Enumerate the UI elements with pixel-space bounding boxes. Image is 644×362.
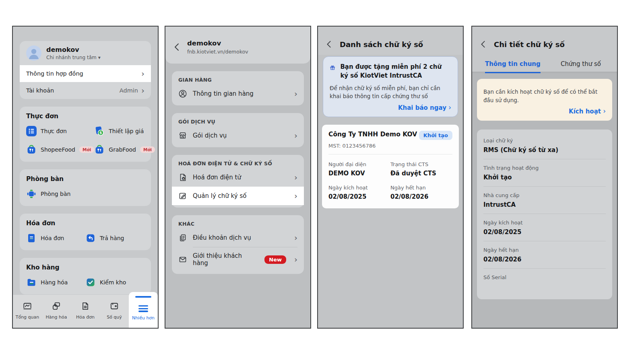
new-badge: Mới [79, 146, 94, 153]
tab-thong-tin-chung[interactable]: Thông tin chung [485, 57, 541, 73]
nav-hang-hoa[interactable]: Hàng hóa [42, 295, 71, 328]
row-gioi-thieu-khach-hang[interactable]: Giới thiệu khách hàng New › [178, 247, 297, 272]
tab-bar: Thông tin chung Chứng thư số [472, 55, 617, 73]
menu-item-tra-hang[interactable]: Trả hàng [85, 233, 144, 243]
storefront-icon [178, 131, 187, 140]
detail-label: Loại chữ ký [483, 138, 606, 144]
row-thong-tin-gian-hang[interactable]: Thông tin gian hàng › [178, 84, 297, 103]
menu-item-kiem-kho[interactable]: Kiểm kho [85, 277, 144, 288]
section-title: Thực đơn [26, 113, 144, 120]
section-tables: Phòng bàn Phòng bàn [20, 169, 151, 206]
chevron-right-icon: › [141, 86, 144, 95]
detail-label: Ngày hết hạn [483, 247, 606, 253]
divider [328, 154, 452, 154]
page-title: Danh sách chữ ký số [340, 40, 423, 49]
table-icon [26, 189, 37, 199]
contract-info-row[interactable]: Thông tin hợp đồng › [20, 65, 151, 82]
chevron-right-icon: › [294, 234, 297, 242]
signature-card[interactable]: Công Ty TNHH Demo KOV Khởi tạo MST: 0123… [322, 125, 459, 208]
declare-now-link[interactable]: Khai báo ngay › [330, 104, 451, 111]
detail-label: Số Serial [483, 274, 606, 280]
chevron-right-icon: › [294, 173, 297, 181]
menu-list-icon [26, 126, 37, 136]
detail-label: Nhà cung cấp [483, 192, 606, 198]
field-label: Ngày kích hoạt [328, 185, 390, 191]
field-value: DEMO KOV [328, 170, 390, 177]
back-icon[interactable] [173, 42, 182, 52]
branch-label: Chi nhánh trung tâm [46, 55, 97, 60]
menu-item-label: Hóa đơn [41, 235, 64, 241]
menu-item-hoa-don[interactable]: Hóa đơn [26, 233, 85, 243]
menu-item-label: Phòng bàn [41, 191, 70, 197]
header: Danh sách chữ ký số [318, 27, 463, 55]
grabfood-icon [94, 144, 105, 155]
referral-icon [178, 255, 187, 264]
gift-icon [330, 63, 335, 72]
account-row[interactable]: Tài khoản Admin › [20, 82, 151, 99]
nav-label: Hóa đơn [76, 315, 95, 320]
menu-item-thiet-lap-gia[interactable]: $ Thiết lập giá [94, 126, 155, 136]
row-hoa-don-dien-tu[interactable]: e Hoá đơn điện tử › [178, 168, 297, 187]
detail-nha-cung-cap: Nhà cung cấp IntrustCA [483, 187, 606, 214]
active-tab-indicator [135, 296, 151, 298]
detail-value: RMS (Chữ ký số từ xa) [483, 146, 606, 154]
menu-item-grabfood[interactable]: GrabFood Mới [94, 144, 155, 155]
nav-label: Hàng hóa [46, 315, 67, 320]
field-label: Người đại diện [328, 161, 390, 167]
group-title: KHÁC [178, 221, 297, 227]
section-title: Kho hàng [26, 264, 144, 271]
detail-value: 02/08/2025 [483, 228, 606, 236]
profile-card[interactable]: demokov Chi nhánh trung tâm ▾ [20, 41, 151, 65]
chevron-right-icon: › [294, 132, 297, 140]
nav-so-quy[interactable]: Số quỹ [100, 295, 129, 328]
detail-value: IntrustCA [483, 201, 606, 208]
field-label: Ngày hết hạn [390, 185, 452, 191]
screen-signature-list: Danh sách chữ ký số Bạn được tặng miễn p… [317, 26, 464, 329]
row-dieu-khoan-dich-vu[interactable]: Điều khoản dịch vụ › [178, 228, 297, 247]
header: demokov fnb.kiotviet.vn/demokov [165, 27, 310, 64]
branch-selector[interactable]: Chi nhánh trung tâm ▾ [46, 55, 101, 60]
row-label: Thông tin gian hàng [193, 90, 289, 97]
overview-icon [22, 301, 33, 311]
row-label: Gói dịch vụ [193, 132, 289, 139]
group-khac: KHÁC Điều khoản dịch vụ › Giới thiệu khá… [172, 215, 304, 274]
more-icon [138, 304, 148, 312]
chevron-right-icon: › [294, 90, 297, 98]
group-title: GÓI DỊCH VỤ [178, 119, 297, 125]
row-quan-ly-chu-ky-so[interactable]: Quản lý chữ ký số › [172, 187, 304, 205]
detail-ngay-het-han: Ngày hết hạn 02/08/2026 [483, 241, 606, 269]
details-card: Loại chữ ký RMS (Chữ ký số từ xa) Tình t… [477, 130, 612, 299]
chevron-right-icon: › [603, 107, 606, 115]
price-setup-icon: $ [94, 126, 105, 136]
field-value: 02/08/2025 [328, 193, 390, 200]
cashbook-icon [109, 301, 120, 311]
menu-item-thuc-don[interactable]: Thực đơn [26, 126, 94, 136]
section-invoices: Hóa đơn Hóa đơn Trả hàng [20, 214, 151, 250]
nav-nhieu-hon[interactable]: Nhiều hơn [129, 292, 158, 328]
page-title: Chi tiết chữ ký số [494, 40, 565, 49]
header: Chi tiết chữ ký số [472, 27, 617, 55]
nav-hoa-don[interactable]: Hóa đơn [71, 295, 100, 328]
group-title: HOÁ ĐƠN ĐIỆN TỬ & CHỮ KÝ SỐ [178, 160, 297, 167]
activate-link[interactable]: Kích hoạt › [483, 108, 606, 115]
tab-chung-thu-so[interactable]: Chứng thư số [561, 57, 601, 72]
nav-tong-quan[interactable]: Tổng quan [13, 295, 42, 328]
row-label: Giới thiệu khách hàng [193, 252, 259, 267]
row-goi-dich-vu[interactable]: Gói dịch vụ › [178, 126, 297, 145]
chevron-right-icon: › [141, 70, 144, 78]
stocktake-icon [85, 277, 96, 288]
menu-item-hang-hoa[interactable]: Hàng hóa [26, 277, 85, 288]
back-icon[interactable] [479, 39, 487, 49]
menu-item-shopeefood[interactable]: ShopeeFood Mới [26, 144, 94, 155]
field-ngay-het-han: Ngày hết hạn 02/08/2026 [390, 185, 452, 200]
detail-so-serial: Số Serial [483, 269, 606, 286]
group-goi-dich-vu: GÓI DỊCH VỤ Gói dịch vụ › [172, 113, 304, 147]
account-role: Admin [120, 87, 138, 94]
chevron-right-icon: › [448, 103, 451, 111]
promo-banner: Bạn được tặng miễn phí 2 chữ ký số KiotV… [323, 56, 458, 117]
back-icon[interactable] [325, 39, 333, 49]
menu-item-phong-ban[interactable]: Phòng bàn [26, 189, 85, 199]
menu-item-label: Thực đơn [41, 128, 67, 134]
new-badge: New [264, 255, 286, 264]
detail-label: Ngày kích hoạt [483, 220, 606, 226]
